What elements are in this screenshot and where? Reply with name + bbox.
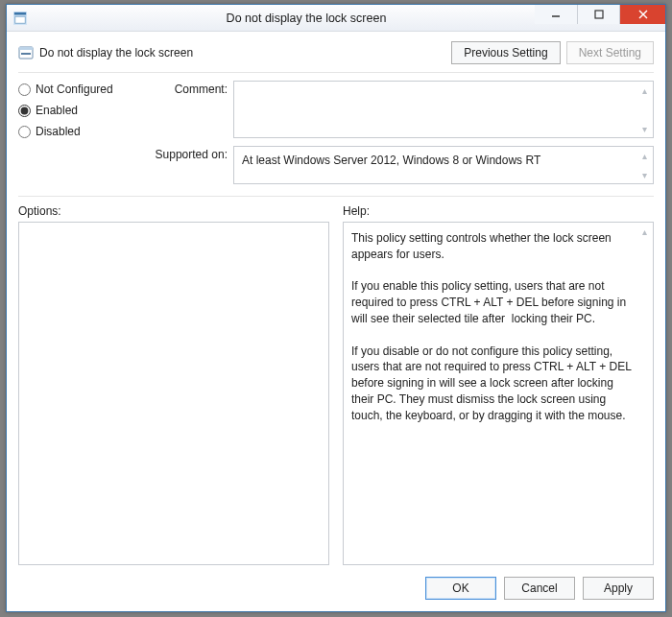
svg-rect-2: [15, 16, 26, 23]
radio-disabled[interactable]: Disabled: [18, 125, 151, 138]
scroll-up-icon[interactable]: ▴: [637, 83, 651, 97]
lower-grid: Options: Help: This policy setting contr…: [18, 204, 654, 565]
scroll-down-icon[interactable]: ▾: [637, 122, 651, 135]
supported-label: Supported on:: [155, 146, 229, 184]
radio-not-configured[interactable]: Not Configured: [18, 83, 151, 96]
maximize-button[interactable]: [577, 5, 619, 24]
comment-label: Comment:: [155, 81, 229, 138]
app-icon: [7, 5, 34, 31]
cancel-button[interactable]: Cancel: [504, 577, 575, 600]
separator: [18, 72, 654, 73]
options-pane: [18, 222, 329, 565]
client-area: Do not display the lock screen Previous …: [7, 32, 665, 611]
policy-icon: [18, 45, 34, 60]
radio-disabled-input[interactable]: [18, 126, 31, 138]
svg-rect-1: [14, 12, 26, 14]
minimize-button[interactable]: [535, 5, 577, 24]
svg-rect-4: [595, 11, 603, 18]
titlebar[interactable]: Do not display the lock screen: [7, 5, 665, 32]
scroll-up-icon[interactable]: ▴: [637, 149, 651, 162]
help-text: This policy setting controls whether the…: [344, 223, 653, 432]
upper-grid: Not Configured Enabled Disabled Comment:…: [18, 81, 654, 184]
help-pane: This policy setting controls whether the…: [343, 222, 654, 565]
radio-enabled[interactable]: Enabled: [18, 104, 151, 117]
supported-field: At least Windows Server 2012, Windows 8 …: [233, 146, 654, 184]
next-setting-button[interactable]: Next Setting: [566, 41, 654, 64]
radio-enabled-label: Enabled: [36, 104, 78, 117]
help-label: Help:: [343, 204, 654, 218]
radio-disabled-label: Disabled: [36, 125, 81, 138]
dialog-window: Do not display the lock screen: [6, 4, 666, 612]
supported-text: At least Windows Server 2012, Windows 8 …: [234, 147, 653, 174]
close-button[interactable]: [619, 5, 665, 24]
separator: [18, 196, 654, 197]
comment-text: [234, 82, 653, 93]
ok-button[interactable]: OK: [425, 577, 496, 600]
apply-button[interactable]: Apply: [583, 577, 654, 600]
svg-rect-9: [21, 53, 31, 55]
previous-setting-button[interactable]: Previous Setting: [451, 41, 560, 64]
header-row: Do not display the lock screen Previous …: [18, 41, 654, 64]
options-label: Options:: [18, 204, 329, 218]
radio-not-configured-label: Not Configured: [36, 83, 113, 96]
scroll-down-icon[interactable]: ▾: [637, 168, 651, 181]
scroll-up-icon[interactable]: ▴: [637, 225, 651, 238]
window-controls: [535, 5, 665, 24]
policy-title: Do not display the lock screen: [39, 46, 193, 59]
svg-rect-8: [19, 47, 33, 50]
state-radios: Not Configured Enabled Disabled: [18, 81, 151, 184]
footer-buttons: OK Cancel Apply: [18, 565, 654, 600]
radio-enabled-input[interactable]: [18, 105, 31, 117]
comment-field[interactable]: ▴ ▾: [233, 81, 654, 138]
radio-not-configured-input[interactable]: [18, 83, 31, 96]
